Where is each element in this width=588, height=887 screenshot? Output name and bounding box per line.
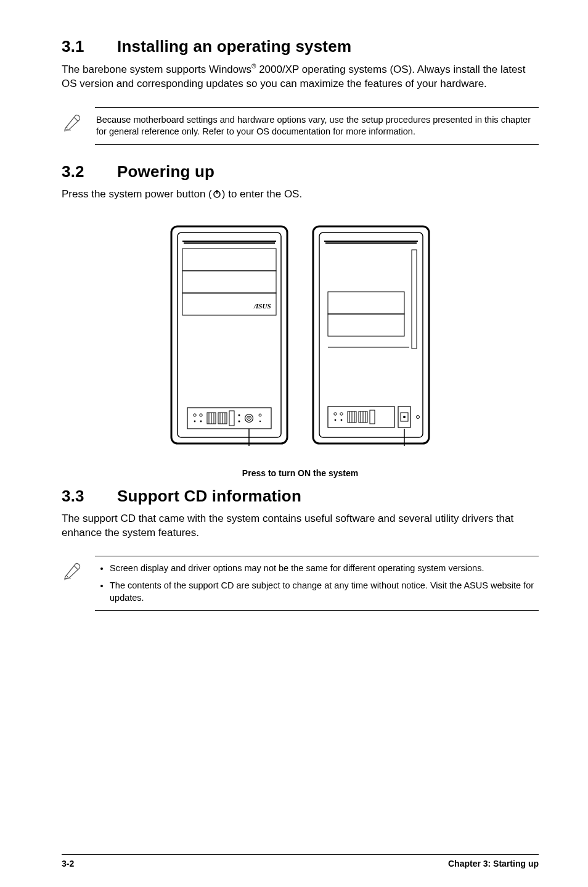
svg-rect-38: [328, 314, 404, 336]
footer-chapter: Chapter 3: Starting up: [448, 859, 539, 868]
svg-point-12: [200, 413, 202, 416]
svg-rect-37: [328, 292, 404, 314]
svg-rect-3: [178, 233, 281, 437]
svg-point-25: [239, 420, 240, 422]
section-3-1-body: The barebone system supports Windows® 20…: [62, 62, 539, 91]
svg-rect-35: [325, 242, 417, 244]
section-number: 3.2: [62, 162, 117, 181]
svg-point-24: [239, 414, 240, 416]
note-item: Screen display and driver options may no…: [110, 563, 537, 575]
svg-point-56: [403, 416, 406, 418]
section-title: Powering up: [117, 162, 214, 181]
svg-rect-53: [370, 410, 375, 424]
section-3-2-body: Press the system power button () to ente…: [62, 188, 539, 202]
power-icon: [212, 189, 222, 199]
footer-page-number: 3-2: [62, 859, 74, 868]
illustration-area: /ISUS: [62, 224, 539, 478]
section-number: 3.3: [62, 487, 117, 506]
note-list: Screen display and driver options may no…: [95, 556, 539, 611]
svg-rect-5: [184, 242, 275, 244]
svg-point-41: [334, 412, 337, 415]
illustration-caption: Press to turn ON the system: [62, 468, 539, 478]
section-heading-3-3: 3.3Support CD information: [62, 487, 539, 506]
note-text: Because motherboard settings and hardwar…: [95, 107, 539, 145]
svg-point-44: [341, 419, 343, 421]
svg-point-42: [340, 412, 343, 415]
note-block-3-3: Screen display and driver options may no…: [62, 556, 539, 611]
svg-rect-23: [229, 411, 234, 426]
svg-point-11: [194, 413, 196, 416]
section-title: Installing an operating system: [117, 37, 351, 56]
power-button-case2: [401, 413, 408, 421]
svg-point-43: [335, 419, 337, 421]
section-heading-3-1: 3.1Installing an operating system: [62, 37, 539, 56]
note-block-3-1: Because motherboard settings and hardwar…: [62, 107, 539, 145]
section-3-3-body: The support CD that came with the system…: [62, 512, 539, 540]
pencil-note-icon: [62, 556, 95, 584]
svg-point-30: [259, 420, 261, 421]
body-text: The barebone system supports Windows: [62, 64, 251, 75]
pc-case-front-asus: /ISUS: [169, 224, 290, 448]
section-heading-3-2: 3.2Powering up: [62, 162, 539, 181]
section-title: Support CD information: [117, 487, 301, 505]
body-text: ) to enter the OS.: [222, 188, 302, 200]
svg-rect-6: [182, 249, 276, 271]
svg-rect-7: [182, 271, 276, 293]
svg-point-13: [194, 420, 196, 422]
pencil-note-icon: [62, 107, 95, 136]
power-button-case1: [245, 414, 253, 422]
svg-point-57: [417, 415, 420, 418]
pc-case-front-plain: [311, 224, 431, 448]
svg-point-29: [259, 414, 261, 416]
svg-point-14: [200, 420, 202, 422]
body-text: Press the system power button (: [62, 188, 212, 200]
svg-text:/ISUS: /ISUS: [253, 302, 271, 310]
page-footer: 3-2 Chapter 3: Starting up: [62, 854, 539, 868]
svg-rect-36: [412, 250, 417, 349]
svg-rect-40: [328, 406, 394, 427]
section-number: 3.1: [62, 37, 117, 56]
note-item: The contents of the support CD are subje…: [110, 580, 537, 604]
